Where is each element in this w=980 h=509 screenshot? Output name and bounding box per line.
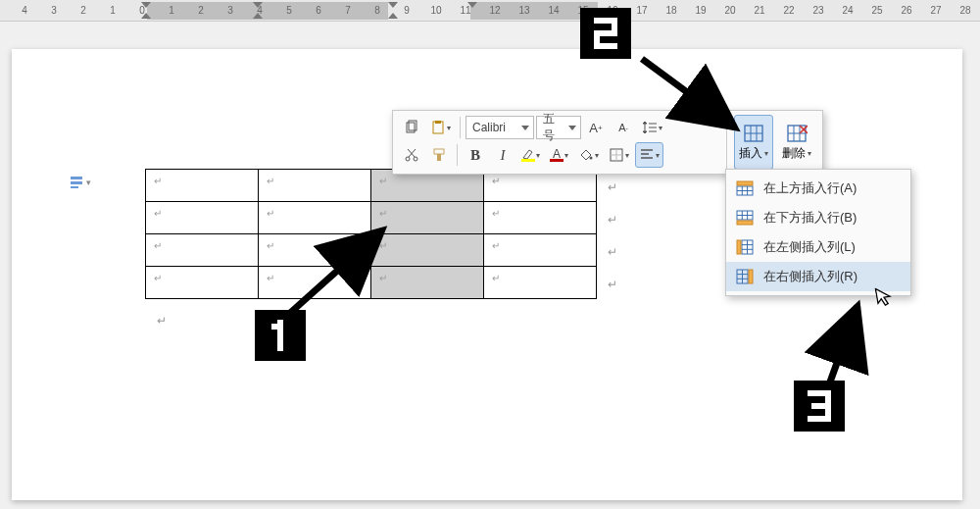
ruler-tick: 21 — [745, 5, 774, 16]
paragraph-mark: ↵ — [157, 314, 167, 328]
paragraph-mark: ↵ — [608, 278, 617, 291]
cut-button[interactable] — [399, 142, 424, 168]
svg-rect-0 — [71, 177, 82, 179]
shading-button[interactable]: ▾ — [574, 142, 603, 168]
menu-label: 在下方插入行(B) — [763, 209, 857, 227]
font-size-select[interactable]: 五号 — [536, 116, 581, 139]
menu-label: 在上方插入行(A) — [763, 179, 857, 197]
ruler-tick: 14 — [539, 5, 568, 16]
font-name-select[interactable]: Calibri — [466, 116, 534, 139]
ruler-tick: 3 — [39, 5, 69, 16]
format-painter-icon — [431, 147, 447, 163]
ruler-tick: 28 — [951, 5, 980, 16]
format-painter-button[interactable] — [426, 142, 452, 168]
menu-insert-row-below[interactable]: 在下方插入行(B) — [726, 203, 910, 232]
tutorial-marker-2 — [580, 8, 631, 59]
svg-point-10 — [406, 157, 410, 161]
svg-rect-50 — [749, 270, 753, 283]
horizontal-ruler[interactable]: 4321012345678910111213141516171819202122… — [0, 0, 980, 22]
menu-label: 在右侧插入列(R) — [763, 268, 858, 285]
ruler-tick: 1 — [98, 5, 127, 16]
ruler-tick: 25 — [862, 5, 892, 16]
ruler-tick: 20 — [715, 5, 745, 16]
svg-rect-52 — [277, 320, 283, 351]
ruler-tick: 1 — [157, 5, 186, 16]
grow-font-button[interactable]: A+ — [583, 115, 609, 140]
ruler-tick: 27 — [921, 5, 951, 16]
svg-rect-2 — [71, 186, 78, 188]
insert-dropdown-menu: 在上方插入行(A) 在下方插入行(B) 在左侧插入列(L) 在右侧插入列(R) — [725, 169, 911, 296]
svg-rect-53 — [271, 324, 277, 330]
paint-bucket-icon — [578, 148, 594, 162]
svg-rect-64 — [808, 416, 831, 422]
borders-icon — [609, 147, 624, 163]
ruler-tick: 18 — [657, 5, 686, 16]
ruler-tick: 22 — [774, 5, 804, 16]
align-icon — [639, 147, 655, 163]
ruler-tick: 10 — [421, 5, 451, 16]
copy-button[interactable] — [399, 115, 424, 140]
chevron-down-icon: ▾ — [86, 178, 91, 187]
ruler-tick: 23 — [804, 5, 833, 16]
font-color-button[interactable]: A ▾ — [546, 142, 572, 168]
ruler-tick: 17 — [627, 5, 657, 16]
paragraph-mark: ↵ — [608, 245, 617, 259]
ruler-tick: 3 — [216, 5, 245, 16]
insert-col-right-icon — [736, 269, 754, 284]
scissors-icon — [404, 147, 419, 163]
menu-label: 在左侧插入列(L) — [763, 238, 856, 256]
ruler-tick: 19 — [686, 5, 715, 16]
insert-label: 插入 — [739, 145, 762, 162]
ruler-tick: 4 — [10, 5, 39, 16]
ruler-tick: 6 — [304, 5, 333, 16]
insert-row-below-icon — [736, 210, 754, 226]
svg-line-60 — [828, 306, 858, 387]
paste-button[interactable]: ▾ — [426, 115, 455, 140]
mouse-cursor-icon — [874, 285, 896, 310]
ruler-tick: 26 — [892, 5, 921, 16]
paragraph-mark: ↵ — [608, 180, 617, 194]
svg-rect-12 — [434, 149, 444, 154]
svg-rect-35 — [737, 181, 753, 185]
tutorial-arrow-1 — [274, 216, 402, 324]
svg-rect-40 — [737, 221, 753, 225]
svg-rect-45 — [737, 240, 741, 254]
tutorial-marker-3 — [794, 381, 845, 432]
svg-line-51 — [289, 230, 382, 314]
delete-split-button[interactable]: 删除▾ — [777, 115, 816, 170]
ruler-tick: 13 — [510, 5, 539, 16]
menu-insert-col-left[interactable]: 在左侧插入列(L) — [726, 232, 910, 262]
svg-rect-1 — [71, 181, 82, 184]
paragraph-mark: ↵ — [608, 213, 617, 227]
svg-rect-13 — [437, 154, 441, 161]
svg-point-14 — [590, 157, 593, 160]
bold-button[interactable]: B — [463, 142, 488, 168]
menu-insert-row-above[interactable]: 在上方插入行(A) — [726, 174, 910, 203]
highlight-button[interactable]: ▾ — [517, 142, 544, 168]
paragraph-options-button[interactable]: ▾ — [69, 175, 91, 190]
clipboard-icon — [430, 120, 446, 135]
ruler-tick: 2 — [69, 5, 98, 16]
svg-rect-6 — [435, 121, 441, 124]
ruler-tick: 24 — [833, 5, 862, 16]
paragraph-icon — [69, 175, 84, 190]
alignment-button[interactable]: ▾ — [635, 142, 663, 168]
delete-label: 删除 — [782, 145, 806, 162]
insert-col-left-icon — [736, 239, 754, 255]
italic-button[interactable]: I — [490, 142, 515, 168]
table-delete-icon — [786, 124, 808, 143]
tutorial-arrow-2 — [627, 49, 755, 142]
ruler-tick: 2 — [186, 5, 216, 16]
tutorial-marker-1 — [255, 310, 306, 361]
svg-line-54 — [642, 59, 735, 127]
insert-row-above-icon — [736, 180, 754, 196]
copy-icon — [404, 120, 419, 135]
svg-rect-63 — [811, 403, 831, 409]
ruler-tick: 7 — [333, 5, 363, 16]
svg-rect-59 — [594, 43, 617, 49]
ruler-tick: 12 — [480, 5, 510, 16]
borders-button[interactable]: ▾ — [605, 142, 633, 168]
ruler-tick: 5 — [274, 5, 304, 16]
svg-point-11 — [414, 157, 417, 161]
mini-toolbar: ▾ Calibri 五号 A+ A- ▾ B — [392, 110, 823, 175]
